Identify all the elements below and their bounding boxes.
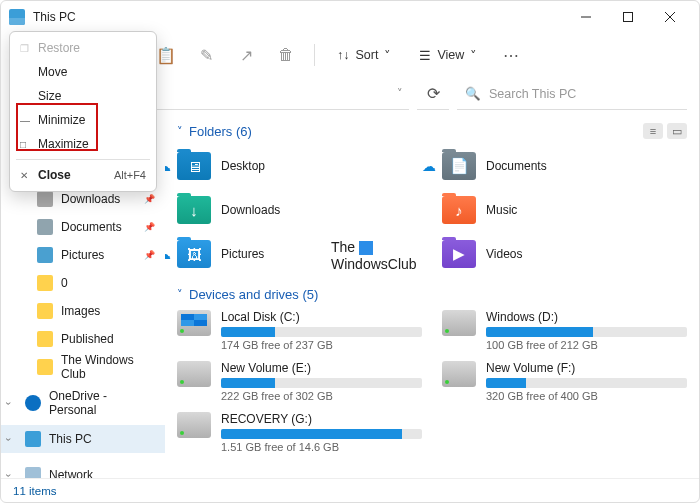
folder-videos[interactable]: ▶Videos <box>442 235 687 273</box>
drive-usage-bar <box>486 378 687 388</box>
menu-minimize[interactable]: —Minimize <box>10 108 156 132</box>
sort-label: Sort <box>356 48 379 62</box>
drive-icon <box>177 412 211 438</box>
drive-name: New Volume (E:) <box>221 361 422 375</box>
pc-icon <box>25 431 41 447</box>
drive-name: Windows (D:) <box>486 310 687 324</box>
folder-downloads[interactable]: ↓Downloads <box>177 191 422 229</box>
pictures-icon <box>37 247 53 263</box>
view-button[interactable]: ☰View˅ <box>409 39 487 71</box>
sidebar-item-folder[interactable]: Images <box>1 297 165 325</box>
drive-name: Local Disk (C:) <box>221 310 422 324</box>
close-button[interactable] <box>649 1 691 33</box>
sidebar-item-network[interactable]: ›Network <box>1 461 165 478</box>
downloads-icon <box>37 191 53 207</box>
pin-icon: 📌 <box>144 222 155 232</box>
menu-restore: ❐Restore <box>10 36 156 60</box>
section-header-folders[interactable]: ˅ Folders (6) ≡ ▭ <box>177 123 687 139</box>
menu-label: Maximize <box>38 137 89 151</box>
sidebar-item-pictures[interactable]: Pictures📌 <box>1 241 165 269</box>
restore-icon: ❐ <box>20 43 38 54</box>
drive-free-text: 100 GB free of 212 GB <box>486 339 687 351</box>
drive-item[interactable]: Windows (D:) 100 GB free of 212 GB <box>442 310 687 351</box>
folder-music[interactable]: ♪Music <box>442 191 687 229</box>
menu-label: Size <box>38 89 61 103</box>
group-collapse-icon[interactable]: ≡ <box>643 123 663 139</box>
folder-icon: ▶ <box>442 240 476 268</box>
item-count: 11 items <box>13 485 56 497</box>
folder-label: Documents <box>486 159 547 173</box>
folder-icon <box>37 303 53 319</box>
share-button[interactable]: ↗ <box>230 39 262 71</box>
folder-label: Music <box>486 203 517 217</box>
window-title: This PC <box>33 10 76 24</box>
cloud-icon: ☁ <box>165 246 171 262</box>
delete-button[interactable]: 🗑 <box>270 39 302 71</box>
drive-free-text: 320 GB free of 400 GB <box>486 390 687 402</box>
more-button[interactable]: ⋯ <box>495 39 527 71</box>
folder-label: Desktop <box>221 159 265 173</box>
onedrive-icon <box>25 395 41 411</box>
sidebar-item-folder[interactable]: The Windows Club <box>1 353 165 381</box>
drive-free-text: 174 GB free of 237 GB <box>221 339 422 351</box>
menu-label: Minimize <box>38 113 85 127</box>
menu-maximize[interactable]: □Maximize <box>10 132 156 156</box>
chevron-down-icon[interactable]: ˅ <box>397 87 403 100</box>
sidebar-label: Published <box>61 332 114 346</box>
drive-icon <box>177 310 211 336</box>
status-bar: 11 items <box>1 478 699 502</box>
drive-usage-bar <box>221 429 422 439</box>
search-input[interactable]: 🔍 Search This PC <box>457 78 687 110</box>
sidebar-label: Downloads <box>61 192 120 206</box>
folder-label: Videos <box>486 247 522 261</box>
folder-documents[interactable]: ☁📄Documents <box>442 147 687 185</box>
maximize-button[interactable] <box>607 1 649 33</box>
folder-icon: 🖼 <box>177 240 211 268</box>
minimize-button[interactable] <box>565 1 607 33</box>
sidebar-item-thispc[interactable]: ›This PC <box>1 425 165 453</box>
drive-free-text: 1.51 GB free of 14.6 GB <box>221 441 422 453</box>
drive-free-text: 222 GB free of 302 GB <box>221 390 422 402</box>
chevron-right-icon: › <box>3 401 14 404</box>
menu-label: Restore <box>38 41 80 55</box>
section-title: Folders (6) <box>189 124 252 139</box>
drive-item[interactable]: New Volume (F:) 320 GB free of 400 GB <box>442 361 687 402</box>
menu-move[interactable]: Move <box>10 60 156 84</box>
sort-button[interactable]: ↑↓Sort˅ <box>327 39 401 71</box>
sidebar-item-documents[interactable]: Documents📌 <box>1 213 165 241</box>
sidebar-item-folder[interactable]: Published <box>1 325 165 353</box>
drive-usage-bar <box>221 378 422 388</box>
cloud-icon: ☁ <box>165 158 171 174</box>
menu-close[interactable]: ✕CloseAlt+F4 <box>10 163 156 187</box>
sidebar-item-folder[interactable]: 0 <box>1 269 165 297</box>
sidebar-label: OneDrive - Personal <box>49 389 157 417</box>
folder-icon <box>37 275 53 291</box>
drive-icon <box>442 310 476 336</box>
drive-item[interactable]: Local Disk (C:) 174 GB free of 237 GB <box>177 310 422 351</box>
sort-icon: ↑↓ <box>337 48 350 62</box>
view-icon: ☰ <box>419 48 431 63</box>
section-header-drives[interactable]: ˅ Devices and drives (5) <box>177 287 687 302</box>
maximize-icon: □ <box>20 139 38 150</box>
drive-item[interactable]: RECOVERY (G:) 1.51 GB free of 14.6 GB <box>177 412 422 453</box>
folder-label: Downloads <box>221 203 280 217</box>
drive-icon <box>177 361 211 387</box>
sidebar-item-onedrive[interactable]: ›OneDrive - Personal <box>1 389 165 417</box>
svg-rect-1 <box>624 13 633 22</box>
search-placeholder: Search This PC <box>489 87 576 101</box>
app-icon <box>9 9 25 25</box>
menu-separator <box>16 159 150 160</box>
chevron-right-icon: › <box>3 437 14 440</box>
folder-desktop[interactable]: ☁🖥Desktop <box>177 147 422 185</box>
menu-size[interactable]: Size <box>10 84 156 108</box>
sidebar-label: Network <box>49 468 93 478</box>
refresh-button[interactable]: ⟳ <box>417 78 449 110</box>
chevron-right-icon: › <box>3 473 14 476</box>
folder-pictures[interactable]: ☁🖼Pictures <box>177 235 422 273</box>
divider <box>314 44 315 66</box>
drive-item[interactable]: New Volume (E:) 222 GB free of 302 GB <box>177 361 422 402</box>
close-icon: ✕ <box>20 170 38 181</box>
section-title: Devices and drives (5) <box>189 287 318 302</box>
rename-button[interactable]: ✎ <box>190 39 222 71</box>
group-options-icon[interactable]: ▭ <box>667 123 687 139</box>
